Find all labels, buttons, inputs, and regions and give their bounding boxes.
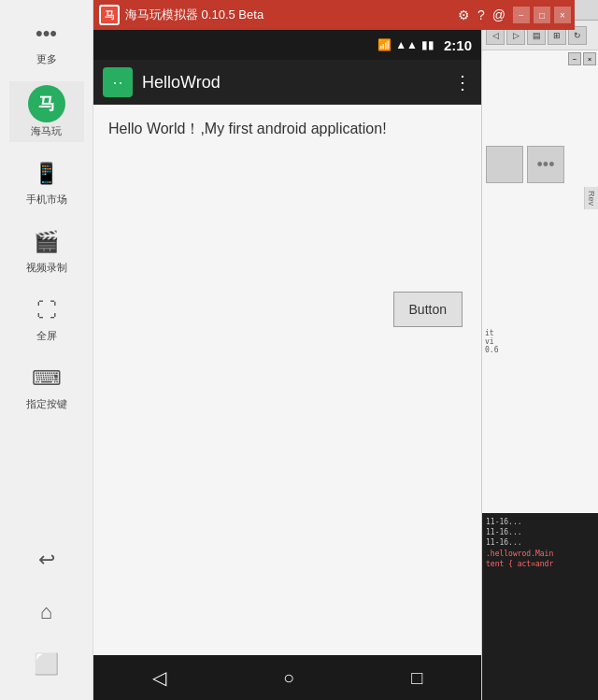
app-icon <box>103 67 133 97</box>
titlebar-controls: − □ × <box>513 7 571 23</box>
right-edge-label: Rev <box>584 187 598 209</box>
settings-icon[interactable]: ⚙ <box>458 7 470 22</box>
nav-recents-icon[interactable]: □ <box>411 667 422 689</box>
emulator-logo: 马 <box>99 5 120 25</box>
sidebar-fullscreen-label: 全屏 <box>36 329 57 343</box>
right-minimize-button[interactable]: − <box>568 52 581 65</box>
sidebar-item-keyboard[interactable]: ⌨ 指定按键 <box>9 358 84 415</box>
preview-box <box>486 146 523 183</box>
sidebar-item-home[interactable]: ⌂ <box>9 592 84 633</box>
right-preview-row: ••• <box>482 142 598 187</box>
keyboard-icon: ⌨ <box>30 362 64 395</box>
log-line-1: 11-16... <box>486 517 595 527</box>
sidebar-market-label: 手机市场 <box>26 193 67 207</box>
hello-world-text: Hello World！,My first android applicatio… <box>108 120 466 139</box>
close-button[interactable]: × <box>554 7 571 23</box>
titlebar-icons: ⚙ ? @ <box>458 7 505 22</box>
haimawan-logo: 马 <box>28 85 65 122</box>
svg-rect-2 <box>119 75 121 80</box>
svg-point-0 <box>111 79 124 92</box>
market-icon: 📱 <box>30 157 64 191</box>
sidebar-bottom: ↩ ⌂ ⬜ <box>0 534 93 700</box>
sidebar-item-recents[interactable]: ⬜ <box>9 644 84 685</box>
sidebar-item-market[interactable]: 📱 手机市场 <box>9 153 84 210</box>
signal-icon: ▲▲ <box>395 38 418 51</box>
wifi-icon: 📶 <box>377 38 392 51</box>
sidebar: ••• 更多 马 海马玩 📱 手机市场 🎬 视频录制 ⛶ 全屏 ⌨ 指定按键 ↩… <box>0 0 93 700</box>
log-line-3: 11-16... <box>486 537 595 548</box>
recents-nav-icon: ⬜ <box>30 648 64 681</box>
overflow-menu-icon[interactable]: ⋮ <box>453 71 472 93</box>
sidebar-item-haimawan[interactable]: 马 海马玩 <box>9 81 84 142</box>
emulator-area: 📶 ▲▲ ▮▮ 2:10 HelloWrod ⋮ Hello World！,My… <box>93 30 481 700</box>
sidebar-item-more[interactable]: ••• 更多 <box>9 13 84 70</box>
sidebar-video-label: 视频录制 <box>26 261 67 275</box>
nav-home-icon[interactable]: ○ <box>283 667 294 689</box>
status-time: 2:10 <box>444 37 472 53</box>
right-log-area: 11-16... 11-16... 11-16... .hellowrod.Ma… <box>482 513 598 700</box>
preview-dots: ••• <box>527 146 564 183</box>
svg-rect-1 <box>114 75 117 80</box>
help-icon[interactable]: ? <box>477 7 485 22</box>
more-icon: ••• <box>30 17 64 50</box>
svg-point-4 <box>120 82 121 84</box>
home-nav-icon: ⌂ <box>30 595 64 629</box>
nav-back-icon[interactable]: ◁ <box>152 666 166 689</box>
app-title: HelloWrod <box>142 73 453 93</box>
maximize-button[interactable]: □ <box>534 7 550 23</box>
right-window-controls: − × <box>482 50 598 67</box>
log-line-2: 11-16... <box>486 527 595 537</box>
sidebar-item-video[interactable]: 🎬 视频录制 <box>9 221 84 279</box>
status-icons: 📶 ▲▲ ▮▮ 2:10 <box>377 37 472 53</box>
android-app-button[interactable]: Button <box>393 292 463 327</box>
fullscreen-icon: ⛶ <box>30 293 64 327</box>
sidebar-item-back[interactable]: ↩ <box>9 539 84 580</box>
log-line-4: .hellowrod.Main <box>486 549 595 559</box>
battery-icon: ▮▮ <box>421 38 434 51</box>
emulator-titlebar: 马 海马玩模拟器 0.10.5 Beta ⚙ ? @ − □ × <box>93 0 575 30</box>
android-navbar: ◁ ○ □ <box>93 655 481 700</box>
android-actionbar: HelloWrod ⋮ <box>93 60 481 105</box>
sidebar-more-label: 更多 <box>36 52 57 66</box>
android-content: Hello World！,My first android applicatio… <box>93 105 481 655</box>
emulator-title: 海马玩模拟器 0.10.5 Beta <box>125 7 458 23</box>
at-icon[interactable]: @ <box>492 7 505 22</box>
right-panel: Main/ Window ◁ ▷ ▤ ⊞ ↻ − × ••• it vi 0.6… <box>481 0 598 700</box>
sidebar-keyboard-label: 指定按键 <box>26 397 67 411</box>
android-statusbar: 📶 ▲▲ ▮▮ 2:10 <box>93 30 481 60</box>
video-icon: 🎬 <box>30 225 64 259</box>
right-close-button[interactable]: × <box>583 52 596 65</box>
back-nav-icon: ↩ <box>30 543 64 577</box>
log-line-5: tent { act=andr <box>486 559 595 569</box>
svg-point-3 <box>114 82 116 84</box>
sidebar-haimawan-label: 海马玩 <box>31 124 62 138</box>
right-middle-text: it vi 0.6 <box>481 327 598 356</box>
minimize-button[interactable]: − <box>513 7 530 23</box>
sidebar-item-fullscreen[interactable]: ⛶ 全屏 <box>9 290 84 347</box>
